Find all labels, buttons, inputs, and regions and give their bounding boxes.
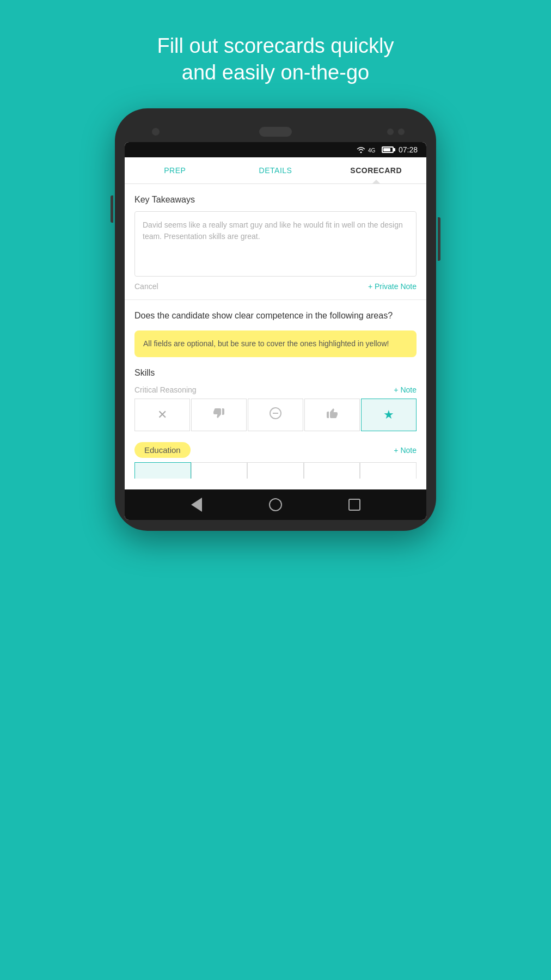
partial-cell-5 (360, 462, 417, 479)
recent-icon (348, 499, 360, 511)
nav-back-button[interactable] (189, 497, 204, 512)
critical-reasoning-row-label: Critical Reasoning + Note (134, 385, 417, 394)
status-icons: 4G 07:28 (357, 145, 418, 154)
education-note-link[interactable]: + Note (394, 446, 417, 455)
thumbdown-icon (212, 407, 225, 423)
neutral-icon (270, 407, 281, 422)
headline: Fill out scorecards quickly and easily o… (85, 33, 466, 87)
phone-sensors (387, 128, 405, 135)
tab-prep[interactable]: PREP (125, 157, 225, 183)
phone-dot-2 (398, 128, 405, 135)
critical-reasoning-note-link[interactable]: + Note (394, 385, 417, 394)
signal-icon: 4G (368, 146, 379, 154)
star-icon: ★ (383, 408, 394, 422)
rating-thumbdown[interactable] (191, 399, 247, 431)
tab-scorecard[interactable]: SCORECARD (326, 157, 426, 183)
partial-cell-2 (191, 462, 248, 479)
wifi-icon (357, 146, 365, 153)
education-rating-partial (134, 462, 417, 479)
phone-side-button-left (111, 195, 113, 223)
partial-cell-4 (304, 462, 360, 479)
critical-reasoning-label: Critical Reasoning (134, 385, 197, 394)
skills-title: Skills (134, 368, 417, 378)
cancel-button[interactable]: Cancel (134, 282, 158, 291)
headline-line1: Fill out scorecards quickly (157, 34, 394, 57)
phone-top-bar (125, 119, 426, 142)
headline-line2: and easily on-the-go (182, 61, 369, 84)
competence-question: Does the candidate show clear competence… (134, 310, 417, 322)
battery-icon (382, 146, 394, 153)
status-bar: 4G 07:28 (125, 142, 426, 157)
optional-fields-banner: All fields are optional, but be sure to … (134, 330, 417, 357)
home-icon (269, 498, 282, 511)
phone-speaker (259, 127, 292, 137)
thumbup-icon (326, 407, 339, 423)
tabs-bar[interactable]: PREP DETAILS SCORECARD (125, 157, 426, 184)
screen-content: Key Takeaways David seems like a really … (125, 184, 426, 489)
section-divider (125, 299, 426, 300)
nav-recent-button[interactable] (347, 497, 362, 512)
tab-details[interactable]: DETAILS (225, 157, 326, 183)
nav-home-button[interactable] (268, 497, 283, 512)
rating-thumbup[interactable] (304, 399, 360, 431)
rating-x[interactable]: ✕ (134, 399, 190, 431)
education-badge: Education (134, 442, 191, 458)
phone-bottom-nav (125, 489, 426, 520)
key-takeaways-title: Key Takeaways (134, 195, 417, 205)
phone-mockup: 4G 07:28 PREP DETAILS SCORECARD Key Ta (115, 108, 436, 531)
partial-cell-3 (247, 462, 304, 479)
partial-cell-selected (134, 462, 191, 479)
rating-neutral[interactable] (248, 399, 303, 431)
phone-screen: 4G 07:28 PREP DETAILS SCORECARD Key Ta (125, 142, 426, 520)
status-time: 07:28 (399, 145, 418, 154)
education-row-label: Education + Note (134, 442, 417, 458)
phone-camera (152, 128, 160, 136)
x-icon: ✕ (157, 408, 167, 422)
back-icon (191, 498, 202, 512)
key-takeaways-input[interactable]: David seems like a really smart guy and … (134, 211, 417, 277)
critical-reasoning-rating-row: ✕ (134, 399, 417, 431)
rating-star[interactable]: ★ (361, 399, 417, 431)
private-note-button[interactable]: + Private Note (368, 282, 417, 291)
svg-text:4G: 4G (368, 148, 376, 154)
phone-side-button-right (438, 217, 440, 261)
text-area-actions: Cancel + Private Note (134, 282, 417, 291)
phone-dot-1 (387, 128, 394, 135)
